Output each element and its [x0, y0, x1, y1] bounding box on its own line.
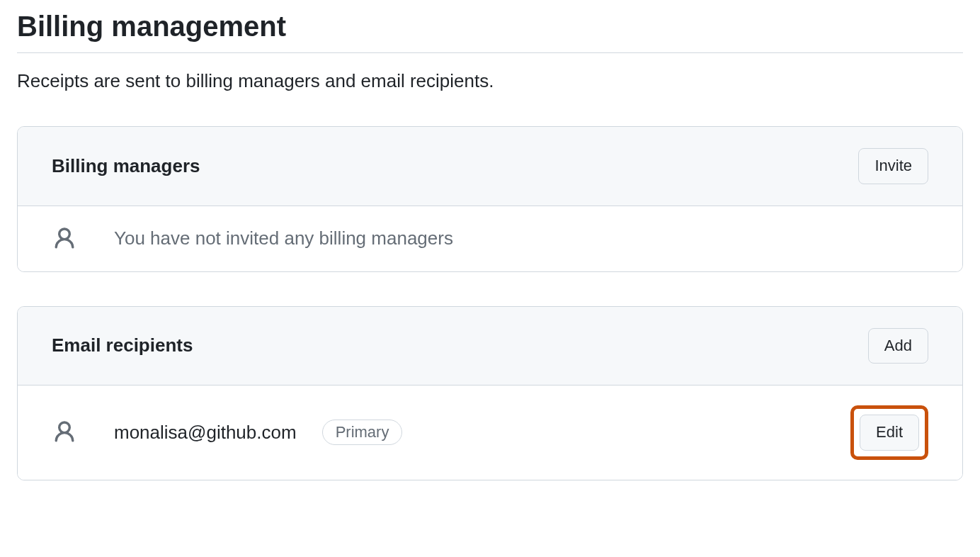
billing-managers-panel: Billing managers Invite You have not inv… — [17, 126, 963, 272]
billing-managers-empty-row: You have not invited any billing manager… — [18, 206, 962, 271]
edit-button[interactable]: Edit — [860, 415, 919, 451]
email-recipients-body: monalisa@github.com Primary Edit — [18, 386, 962, 480]
billing-managers-header: Billing managers Invite — [18, 127, 962, 206]
add-button[interactable]: Add — [868, 328, 928, 364]
recipient-email: monalisa@github.com — [114, 422, 297, 444]
billing-managers-title: Billing managers — [52, 155, 200, 177]
edit-highlight: Edit — [850, 405, 928, 460]
billing-managers-empty-text: You have not invited any billing manager… — [114, 227, 453, 249]
person-icon — [52, 226, 80, 252]
page-title: Billing management — [17, 9, 963, 53]
billing-managers-body: You have not invited any billing manager… — [18, 206, 962, 271]
email-recipient-row: monalisa@github.com Primary Edit — [18, 386, 962, 480]
invite-button[interactable]: Invite — [858, 148, 928, 184]
page-description: Receipts are sent to billing managers an… — [17, 70, 963, 92]
email-recipients-header: Email recipients Add — [18, 307, 962, 386]
primary-badge: Primary — [322, 420, 403, 445]
email-recipients-panel: Email recipients Add monalisa@github.com… — [17, 306, 963, 480]
email-recipients-title: Email recipients — [52, 334, 193, 356]
person-icon — [52, 420, 80, 445]
